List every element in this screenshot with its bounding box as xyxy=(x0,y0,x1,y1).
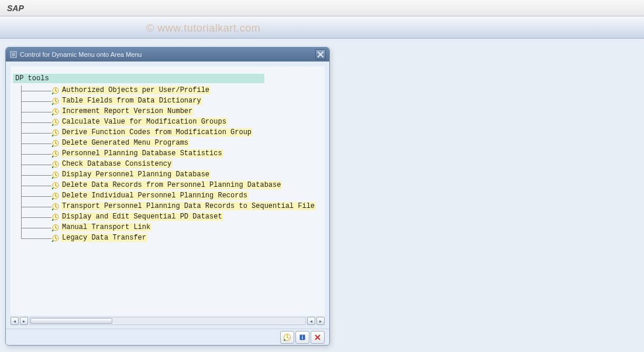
tree-item-label: Personnel Planning Database Statistics xyxy=(61,149,223,158)
tree-horizontal-line xyxy=(21,175,51,176)
tree-item[interactable]: Check Database Consistency xyxy=(21,159,322,170)
tree-item[interactable]: Authorized Objects per User/Profile xyxy=(21,86,322,96)
tree-root-label[interactable]: DP tools xyxy=(13,74,264,83)
dialog-title-icon xyxy=(9,50,18,59)
app-title: SAP xyxy=(7,4,24,13)
dialog-title: Control for Dynamic Menu onto Area Menu xyxy=(20,51,313,58)
tree-item-label: Delete Individual Personnel Planning Rec… xyxy=(61,192,249,200)
scroll-thumb[interactable] xyxy=(30,318,112,324)
execute-icon xyxy=(51,97,60,105)
tree-horizontal-line xyxy=(21,186,51,186)
tree-horizontal-line xyxy=(21,112,51,112)
cancel-button[interactable] xyxy=(311,331,325,344)
tree-item-label: Authorized Objects per User/Profile xyxy=(61,86,211,94)
execute-icon xyxy=(51,192,60,200)
tree-item-label: Transport Personnel Planning Data Record… xyxy=(61,202,316,210)
tree-horizontal-line xyxy=(21,196,51,197)
tree-item[interactable]: Derive Function Codes from Modification … xyxy=(21,128,322,138)
tree-item[interactable]: Delete Data Records from Personnel Plann… xyxy=(21,180,322,191)
dialog-body: DP tools Authorized Objects per User/Pro… xyxy=(11,66,325,316)
scroll-left-button[interactable]: ▸ xyxy=(20,317,28,325)
execute-icon xyxy=(51,182,60,190)
tree-horizontal-line xyxy=(21,207,51,207)
tree-horizontal-line xyxy=(21,143,51,144)
tree-horizontal-line xyxy=(21,133,51,134)
execute-icon xyxy=(51,171,60,179)
execute-button[interactable] xyxy=(280,331,294,344)
tree-item[interactable]: Calculate Value for Modification Groups xyxy=(21,117,322,128)
execute-icon xyxy=(51,129,60,137)
tree-item-label: Delete Generated Menu Programs xyxy=(61,139,190,147)
tree-item[interactable]: Manual Transport Link xyxy=(21,223,322,233)
tree-item-label: Derive Function Codes from Modification … xyxy=(61,128,253,136)
tree-item-label: Check Database Consistency xyxy=(61,160,173,168)
execute-icon xyxy=(51,213,60,221)
dialog-close-button[interactable] xyxy=(315,49,326,60)
tree-item-label: Table Fields from Data Dictionary xyxy=(61,97,202,105)
tree-item[interactable]: Table Fields from Data Dictionary xyxy=(21,96,322,107)
horizontal-scrollbar: ◂ ▸ ◂ ▸ xyxy=(11,316,325,326)
tree-item-label: Increment Report Version Number xyxy=(61,107,194,115)
tree-root: DP tools Authorized Objects per User/Pro… xyxy=(13,72,322,244)
dialog-footer: i xyxy=(6,329,329,345)
execute-icon xyxy=(51,203,60,211)
tree-item-label: Delete Data Records from Personnel Plann… xyxy=(61,181,282,189)
tree-item-label: Legacy Data Transfer xyxy=(61,234,147,242)
tree-item-label: Calculate Value for Modification Groups xyxy=(61,118,228,126)
tree-item[interactable]: Personnel Planning Database Statistics xyxy=(21,149,322,159)
tree-horizontal-line xyxy=(21,217,51,218)
tree-item[interactable]: Display Personnel Planning Database xyxy=(21,170,322,180)
info-button[interactable]: i xyxy=(295,331,309,344)
tree-item[interactable]: Delete Individual Personnel Planning Rec… xyxy=(21,191,322,201)
svg-text:i: i xyxy=(302,334,304,340)
execute-icon xyxy=(51,224,60,232)
tree-horizontal-line xyxy=(21,165,51,165)
app-header: SAP xyxy=(0,0,644,16)
tree-horizontal-line xyxy=(21,101,51,102)
app-toolbar: © www.tutorialkart.com xyxy=(0,16,644,39)
dialog-titlebar[interactable]: Control for Dynamic Menu onto Area Menu xyxy=(6,47,329,61)
execute-icon xyxy=(51,108,60,116)
tree-item[interactable]: Display and Edit Sequential PD Dataset xyxy=(21,212,322,223)
tree-item[interactable]: Increment Report Version Number xyxy=(21,107,322,117)
tree-item[interactable]: Delete Generated Menu Programs xyxy=(21,138,322,149)
tree-item-label: Display and Edit Sequential PD Dataset xyxy=(61,213,223,221)
scroll-right-button[interactable]: ◂ xyxy=(307,317,315,325)
execute-icon xyxy=(51,139,60,148)
execute-icon xyxy=(51,87,60,95)
execute-icon xyxy=(51,234,60,242)
watermark-text: © www.tutorialkart.com xyxy=(146,22,260,35)
tree-horizontal-line xyxy=(21,238,51,239)
tree-item-label: Manual Transport Link xyxy=(61,223,151,231)
tree-item[interactable]: Transport Personnel Planning Data Record… xyxy=(21,201,322,212)
tree-item-label: Display Personnel Planning Database xyxy=(61,170,211,179)
tree-item[interactable]: Legacy Data Transfer xyxy=(21,233,322,244)
tree-horizontal-line xyxy=(21,91,51,91)
scroll-left-outer-button[interactable]: ◂ xyxy=(11,317,19,325)
execute-icon xyxy=(51,160,60,169)
execute-icon xyxy=(51,118,60,127)
tree-horizontal-line xyxy=(21,228,51,228)
tree-horizontal-line xyxy=(21,154,51,155)
tree-items-container: Authorized Objects per User/ProfileTable… xyxy=(21,86,322,244)
scroll-right-outer-button[interactable]: ▸ xyxy=(316,317,325,325)
dynamic-menu-dialog: Control for Dynamic Menu onto Area Menu … xyxy=(5,47,330,346)
tree-horizontal-line xyxy=(21,122,51,123)
execute-icon xyxy=(51,150,60,158)
scroll-track[interactable] xyxy=(29,317,306,325)
